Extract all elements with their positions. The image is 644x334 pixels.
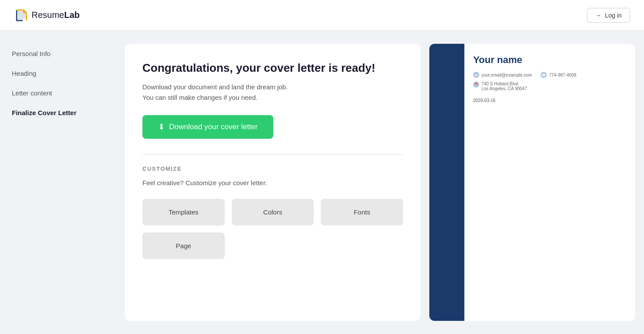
preview-address-line1: 740 S Hobard Blvd [481, 81, 527, 86]
header: ResumeLab → Log in [0, 0, 644, 31]
congrats-subtitle: Download your document and land the drea… [142, 82, 403, 103]
preview-email: @ your.email@example.com [473, 72, 532, 78]
logo-icon [14, 8, 28, 22]
sidebar-item-heading[interactable]: Heading [0, 63, 116, 83]
login-label: Log in [605, 12, 622, 19]
content-area: Congratulations, your cover letter is re… [116, 31, 644, 334]
customize-single: Page [142, 232, 403, 259]
preview-contact-row: @ your.email@example.com ☎ 774-987-4008 [473, 72, 626, 78]
congrats-title: Congratulations, your cover letter is re… [142, 61, 403, 75]
preview-date: 2020-03-16 [473, 98, 626, 103]
logo: ResumeLab [14, 8, 80, 22]
templates-button[interactable]: Templates [142, 199, 225, 225]
page-button[interactable]: Page [142, 232, 225, 259]
login-button[interactable]: → Log in [587, 8, 630, 23]
customize-label: CUSTOMIZE [142, 165, 403, 172]
preview-panel: Your name @ your.email@example.com ☎ 774… [429, 44, 635, 321]
preview-sidebar-bar [429, 44, 464, 321]
logo-lab: Lab [64, 10, 80, 20]
congrats-subtitle-line1: Download your document and land the drea… [142, 83, 288, 91]
main-panel: Congratulations, your cover letter is re… [125, 44, 421, 321]
download-icon: ⬇ [158, 122, 165, 132]
download-button-label: Download your cover letter [169, 123, 258, 131]
preview-content: Your name @ your.email@example.com ☎ 774… [464, 44, 635, 321]
customize-desc: Feel creative? Customize your cover lett… [142, 179, 403, 186]
main-layout: Personal Info Heading Letter content Fin… [0, 31, 644, 334]
customize-section: CUSTOMIZE Feel creative? Customize your … [142, 155, 403, 259]
preview-name: Your name [473, 54, 626, 66]
preview-email-text: your.email@example.com [481, 73, 532, 77]
preview-phone: ☎ 774-987-4008 [541, 72, 576, 78]
sidebar-item-letter-content[interactable]: Letter content [0, 83, 116, 103]
preview-address: 📍 740 S Hobard Blvd Los Angeles, CA 9004… [473, 81, 626, 91]
download-button[interactable]: ⬇ Download your cover letter [142, 115, 273, 139]
logo-resume: Resume [32, 10, 64, 20]
sidebar: Personal Info Heading Letter content Fin… [0, 31, 116, 334]
preview-phone-text: 774-987-4008 [549, 73, 576, 77]
email-icon: @ [473, 72, 479, 78]
logo-text: ResumeLab [32, 10, 80, 20]
sidebar-item-finalize[interactable]: Finalize Cover Letter [0, 103, 116, 123]
address-icon: 📍 [473, 81, 479, 88]
preview-address-line2: Los Angeles, CA 90047 [481, 86, 527, 91]
phone-icon: ☎ [541, 72, 547, 78]
sidebar-item-personal-info[interactable]: Personal Info [0, 44, 116, 63]
congrats-subtitle-line2: You can still make changes if you need. [142, 94, 258, 101]
login-arrow-icon: → [595, 12, 602, 19]
customize-grid: Templates Colors Fonts [142, 199, 403, 225]
fonts-button[interactable]: Fonts [321, 199, 403, 225]
colors-button[interactable]: Colors [232, 199, 314, 225]
